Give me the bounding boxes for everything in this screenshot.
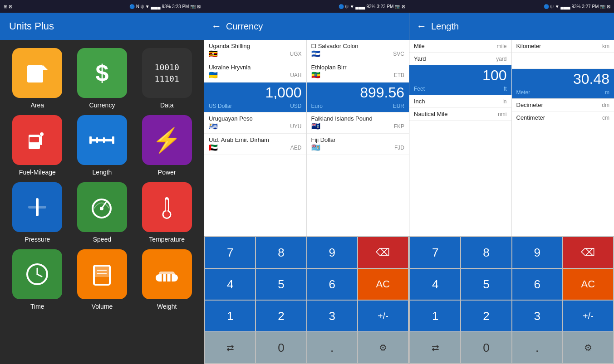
list-item-usd-active[interactable]: 1,000 US Dollar USD	[204, 83, 306, 112]
grid-item-pressure[interactable]: Pressure	[8, 182, 67, 243]
currency-right-col: El Salvador Colon 🇸🇻 SVC Ethiopian Birr …	[307, 40, 409, 236]
key-swap-length[interactable]: ⇄	[410, 332, 460, 363]
length-keypad: 7 8 9 ⌫ 4 5 6 AC 1 2 3 +/- ⇄ 0 . ⚙	[409, 236, 614, 364]
grid-item-data[interactable]: 1001011101 Data	[138, 48, 196, 109]
key-6-currency[interactable]: 6	[307, 269, 357, 300]
meter-code: m	[605, 89, 609, 96]
km-sub: km	[602, 43, 609, 49]
key-4-length[interactable]: 4	[410, 269, 460, 300]
list-item-ugx[interactable]: Uganda Shilling 🇺🇬 UGX	[204, 40, 306, 61]
svg-point-5	[40, 132, 44, 136]
fkp-code: FKP	[394, 123, 404, 130]
list-item-svc[interactable]: El Salvador Colon 🇸🇻 SVC	[307, 40, 409, 61]
grid-item-speed[interactable]: Speed	[73, 182, 132, 243]
list-item-eur-active[interactable]: 899.56 Euro EUR	[307, 83, 409, 112]
list-item-aed[interactable]: Utd. Arab Emir. Dirham 🇦🇪 AED	[204, 134, 306, 155]
list-item-nmi[interactable]: Nautical Mile nmi	[409, 108, 511, 121]
list-item-fjd[interactable]: Fiji Dollar 🇫🇯 FJD	[307, 134, 409, 155]
aed-code: AED	[290, 145, 302, 151]
key-7-length[interactable]: 7	[410, 237, 460, 268]
length-title: Length	[431, 21, 459, 32]
currency-list-area: Uganda Shilling 🇺🇬 UGX Ukraine Hryvnia 🇺…	[204, 40, 409, 236]
key-1-length[interactable]: 1	[410, 301, 460, 331]
grid-item-fuel[interactable]: Fuel-Mileage	[8, 115, 67, 176]
mile-sub: mile	[496, 43, 506, 49]
key-0-length[interactable]: 0	[461, 332, 511, 363]
currency-icon: $	[77, 48, 127, 98]
list-item-dm[interactable]: Decimeter dm	[512, 98, 614, 112]
key-4-currency[interactable]: 4	[205, 269, 255, 300]
grid-item-length[interactable]: Length	[73, 115, 132, 176]
grid-item-area[interactable]: Area	[8, 48, 67, 109]
key-del-currency[interactable]: ⌫	[358, 237, 408, 268]
key-settings-length[interactable]: ⚙	[563, 332, 613, 363]
svc-code: SVC	[393, 51, 404, 57]
grid-item-power[interactable]: ⚡ Power	[138, 115, 196, 176]
key-2-length[interactable]: 2	[461, 301, 511, 331]
list-item-uah[interactable]: Ukraine Hryvnia 🇺🇦 UAH	[204, 61, 306, 83]
key-sign-currency[interactable]: +/-	[358, 301, 408, 331]
key-7-currency[interactable]: 7	[205, 237, 255, 268]
length-back-arrow[interactable]: ←	[417, 20, 427, 32]
grid-item-temperature[interactable]: Temperature	[138, 182, 196, 243]
length-left-col: Mile mile Yard yard 100 Feet	[409, 40, 512, 236]
svc-flag: 🇸🇻	[311, 49, 320, 58]
cm-sub: cm	[602, 115, 609, 121]
currency-keypad: 7 8 9 ⌫ 4 5 6 AC 1 2 3 +/- ⇄ 0 . ⚙	[204, 236, 409, 364]
key-del-length[interactable]: ⌫	[563, 237, 613, 268]
uah-name: Ukraine Hryvnia	[209, 64, 302, 71]
grid-item-time[interactable]: Time	[8, 249, 67, 310]
key-dot-currency[interactable]: .	[307, 332, 357, 363]
status-bars-row: ⊞ ⊠ 🔵 N ψ ▼ ▄▄▄ 93% 3:23 PM 📷 ⊠ 🔵 ψ ▼ ▄▄…	[0, 0, 614, 13]
key-8-currency[interactable]: 8	[256, 237, 306, 268]
key-settings-currency[interactable]: ⚙	[358, 332, 408, 363]
key-0-currency[interactable]: 0	[256, 332, 306, 363]
svg-rect-9	[96, 137, 98, 143]
length-panel: ← Length Mile mile Yard yard	[409, 13, 614, 364]
speed-icon	[77, 182, 127, 232]
list-item-etb[interactable]: Ethiopian Birr 🇪🇹 ETB	[307, 61, 409, 83]
volume-label: Volume	[92, 303, 113, 310]
grid-item-volume[interactable]: Volume	[73, 249, 132, 310]
status-right-1: 🔵 N ψ ▼ ▄▄▄ 93% 3:23 PM 📷 ⊠	[129, 4, 201, 9]
list-item-cm[interactable]: Centimeter cm	[512, 112, 614, 124]
key-3-currency[interactable]: 3	[307, 301, 357, 331]
key-6-length[interactable]: 6	[512, 269, 562, 300]
grid-item-currency[interactable]: $ Currency	[73, 48, 132, 109]
key-8-length[interactable]: 8	[461, 237, 511, 268]
key-1-currency[interactable]: 1	[205, 301, 255, 331]
list-item-fkp[interactable]: Falkland Islands Pound 🇫🇰 FKP	[307, 112, 409, 134]
list-item-yard[interactable]: Yard yard	[409, 53, 511, 65]
list-item-inch[interactable]: Inch in	[409, 95, 511, 108]
list-item-meter-active[interactable]: 30.48 Meter m	[512, 69, 614, 98]
fjd-code: FJD	[394, 145, 404, 151]
list-item-feet-active[interactable]: 100 Feet ft	[409, 65, 511, 95]
key-dot-length[interactable]: .	[512, 332, 562, 363]
key-5-length[interactable]: 5	[461, 269, 511, 300]
key-swap-currency[interactable]: ⇄	[205, 332, 255, 363]
grid-item-weight[interactable]: Weight	[138, 249, 196, 310]
dm-name: Decimeter	[516, 102, 543, 108]
key-3-length[interactable]: 3	[512, 301, 562, 331]
key-5-currency[interactable]: 5	[256, 269, 306, 300]
data-label: Data	[160, 102, 174, 109]
eur-code: EUR	[393, 103, 404, 109]
list-item-km[interactable]: Kilometer km	[512, 40, 614, 53]
svg-rect-3	[29, 137, 39, 142]
list-item-mile[interactable]: Mile mile	[409, 40, 511, 53]
area-icon	[12, 48, 62, 98]
feet-code: ft	[504, 86, 507, 92]
key-9-length[interactable]: 9	[512, 237, 562, 268]
dm-sub: dm	[602, 102, 609, 108]
uyu-code: UYU	[290, 123, 301, 130]
key-ac-length[interactable]: AC	[563, 269, 613, 300]
key-sign-length[interactable]: +/-	[563, 301, 613, 331]
yard-name: Yard	[414, 55, 426, 62]
key-2-currency[interactable]: 2	[256, 301, 306, 331]
key-ac-currency[interactable]: AC	[358, 269, 408, 300]
key-9-currency[interactable]: 9	[307, 237, 357, 268]
currency-back-arrow[interactable]: ←	[211, 20, 221, 32]
yard-sub: yard	[496, 56, 506, 62]
list-item-uyu[interactable]: Uruguayan Peso 🇺🇾 UYU	[204, 112, 306, 134]
mile-name: Mile	[414, 43, 425, 49]
